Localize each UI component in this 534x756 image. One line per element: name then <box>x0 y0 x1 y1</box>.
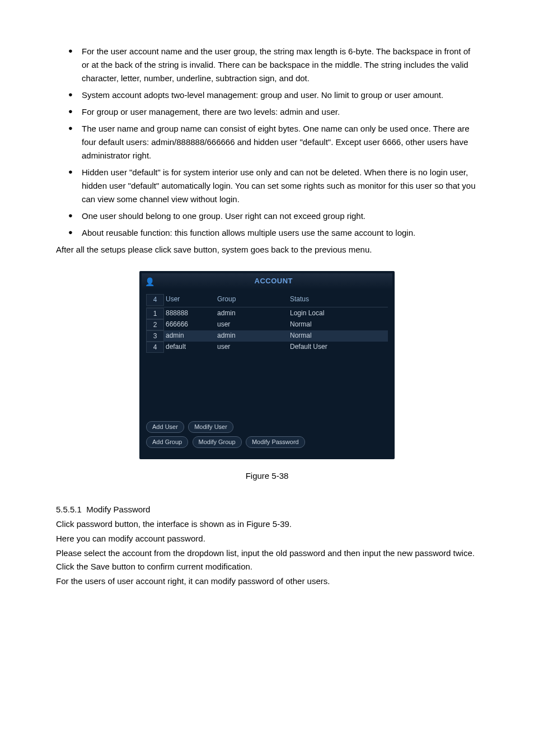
header-count: 4 <box>146 294 164 306</box>
bullet-item: Hidden user "default" is for system inte… <box>68 166 478 206</box>
section-line: Please select the account from the dropd… <box>56 547 478 573</box>
account-window: 👤 ACCOUNT 4 User Group Status 1 888888 a… <box>139 271 395 459</box>
modify-user-button[interactable]: Modify User <box>188 421 233 433</box>
cell-group: admin <box>217 330 290 342</box>
cell-status: Login Local <box>290 308 388 319</box>
figure-caption: Figure 5-38 <box>56 469 478 483</box>
header-user: User <box>166 294 217 306</box>
bullet-list: For the user account name and the user g… <box>56 45 478 240</box>
table-row[interactable]: 3 admin admin Normal <box>146 330 388 342</box>
table-row[interactable]: 4 default user Default User <box>146 342 388 353</box>
row-index: 1 <box>146 308 164 319</box>
section-title-text: Modify Password <box>86 505 150 514</box>
bullet-item: For group or user management, there are … <box>68 105 478 119</box>
cell-user: 888888 <box>166 308 217 319</box>
header-status: Status <box>290 294 388 306</box>
modify-group-button[interactable]: Modify Group <box>193 436 242 448</box>
add-group-button[interactable]: Add Group <box>146 436 188 448</box>
bullet-item: The user name and group name can consist… <box>68 122 478 162</box>
section-number: 5.5.5.1 <box>56 505 82 514</box>
window-title-bar: 👤 ACCOUNT <box>142 273 392 290</box>
cell-user: admin <box>166 330 217 342</box>
window-title-text: ACCOUNT <box>255 277 293 285</box>
account-table: 4 User Group Status 1 888888 admin Login… <box>142 290 392 417</box>
section-line: Here you can modify account password. <box>56 532 478 545</box>
row-index: 2 <box>146 319 164 330</box>
section-line: Click password button, the interface is … <box>56 517 478 531</box>
bullet-item: System account adopts two-level manageme… <box>68 88 478 102</box>
figure-account: 👤 ACCOUNT 4 User Group Status 1 888888 a… <box>56 271 478 459</box>
button-area: Add User Modify User Add Group Modify Gr… <box>142 417 392 457</box>
header-group: Group <box>217 294 290 306</box>
cell-group: user <box>217 319 290 330</box>
cell-status: Normal <box>290 330 388 342</box>
table-row[interactable]: 2 666666 user Normal <box>146 319 388 330</box>
add-user-button[interactable]: Add User <box>146 421 184 433</box>
row-index: 4 <box>146 342 164 353</box>
section-heading: 5.5.5.1 Modify Password <box>56 503 478 516</box>
account-icon: 👤 <box>145 276 155 288</box>
cell-user: 666666 <box>166 319 217 330</box>
cell-group: user <box>217 342 290 353</box>
cell-status: Normal <box>290 319 388 330</box>
bullet-item: About reusable function: this function a… <box>68 226 478 240</box>
table-row[interactable]: 1 888888 admin Login Local <box>146 308 388 319</box>
cell-group: admin <box>217 308 290 319</box>
cell-user: default <box>166 342 217 353</box>
row-index: 3 <box>146 330 164 342</box>
modify-password-button[interactable]: Modify Password <box>246 436 305 448</box>
cell-status: Default User <box>290 342 388 353</box>
table-header: 4 User Group Status <box>146 294 388 307</box>
section-line: For the users of user account right, it … <box>56 575 478 588</box>
table-empty-space <box>146 353 388 416</box>
bullet-item: One user should belong to one group. Use… <box>68 209 478 223</box>
after-bullets-text: After all the setups please click save b… <box>56 243 478 256</box>
bullet-item: For the user account name and the user g… <box>68 45 478 85</box>
